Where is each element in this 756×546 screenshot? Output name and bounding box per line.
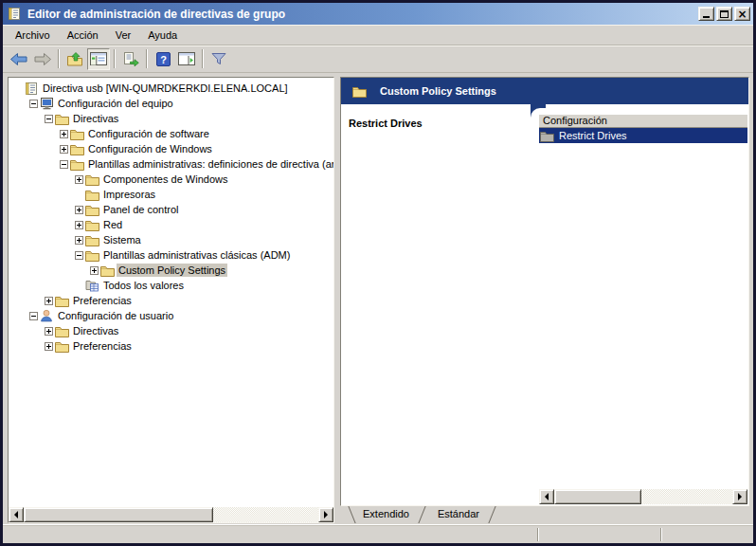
help-button[interactable]: ? [152, 48, 174, 70]
tree-item[interactable]: Panel de control [10, 202, 333, 217]
tree-item-label[interactable]: Todos los valores [101, 279, 186, 292]
tree-item-label[interactable]: Custom Policy Settings [117, 264, 227, 277]
list-horizontal-scrollbar[interactable] [539, 489, 747, 504]
tree-item[interactable]: Sistema [10, 232, 333, 247]
menu-ver[interactable]: Ver [107, 27, 140, 44]
collapse-toggle[interactable] [27, 100, 40, 108]
tree-item-label[interactable]: Impresoras [101, 188, 157, 201]
tree-item-label[interactable]: Configuración de usuario [56, 309, 175, 322]
close-button[interactable]: × [734, 7, 750, 21]
tree-item[interactable]: Plantillas administrativas: definiciones… [10, 156, 333, 172]
title-bar[interactable]: Editor de administración de directivas d… [3, 3, 753, 25]
tree-item[interactable]: Directiva usb [WIN-QUMRDKERKDI.ELENA.LOC… [10, 81, 333, 96]
folder-icon [85, 173, 101, 186]
tree-item-label[interactable]: Componentes de Windows [101, 173, 229, 186]
tree-item-label[interactable]: Configuración de Windows [86, 142, 214, 155]
expand-toggle[interactable] [43, 297, 55, 305]
expand-toggle[interactable] [88, 266, 100, 275]
filter-button[interactable] [207, 48, 230, 70]
expand-toggle[interactable] [73, 175, 85, 184]
expand-toggle[interactable] [73, 236, 85, 245]
minimize-button[interactable] [698, 7, 714, 21]
tree-item-label[interactable]: Plantillas administrativas clásicas (ADM… [101, 248, 292, 262]
tree-item[interactable]: Custom Policy Settings [10, 263, 333, 278]
scroll-right-button[interactable] [318, 507, 333, 522]
tree-item[interactable]: Configuración del equipo [10, 96, 333, 111]
toolbar-separator [146, 49, 148, 68]
scrollbar-track[interactable] [554, 489, 732, 504]
tree-item-label[interactable]: Red [101, 218, 124, 231]
expand-toggle[interactable] [73, 221, 85, 229]
tab-extendido[interactable]: Extendido [351, 506, 426, 523]
scrollbar-thumb[interactable] [24, 507, 213, 522]
scroll-left-icon [545, 493, 549, 500]
up-one-level-button[interactable] [63, 48, 86, 70]
collapse-toggle[interactable] [58, 160, 70, 169]
scrollbar-thumb[interactable] [554, 489, 641, 504]
tree-item-label[interactable]: Directivas [71, 324, 120, 337]
collapse-toggle[interactable] [43, 115, 55, 123]
tree-item[interactable]: Configuración de software [10, 126, 333, 141]
help-icon: ? [156, 52, 171, 66]
tree-item-label[interactable]: Configuración del equipo [56, 97, 175, 110]
action-pane-toggle-button[interactable] [175, 48, 198, 70]
expand-toggle[interactable] [43, 342, 55, 351]
action-panel-icon [178, 52, 195, 65]
collapse-toggle[interactable] [27, 312, 40, 320]
folder-gray-icon [540, 130, 556, 142]
menu-bar: ArchivoAcciónVerAyuda [3, 25, 753, 46]
scroll-left-button[interactable] [9, 507, 24, 522]
tree-item[interactable]: Todos los valores [10, 278, 333, 293]
export-list-button[interactable] [119, 48, 142, 70]
tree-item[interactable]: Red [10, 217, 333, 232]
console-tree-toggle-button[interactable] [87, 48, 110, 70]
tree-item[interactable]: Configuración de Windows [10, 141, 333, 156]
expand-toggle[interactable] [58, 145, 70, 154]
extended-view-content: Restrict Drives Configuración Restrict D… [341, 104, 748, 505]
folder-icon [70, 158, 86, 171]
scrollbar-track[interactable] [24, 507, 318, 522]
maximize-button[interactable] [716, 7, 732, 21]
tree-item-label[interactable]: Plantillas administrativas: definiciones… [86, 157, 333, 171]
tree-item[interactable]: Directivas [10, 323, 333, 338]
menu-ayuda[interactable]: Ayuda [139, 27, 186, 44]
tree-horizontal-scrollbar[interactable] [9, 507, 333, 522]
forward-button[interactable] [31, 48, 54, 70]
tree-item-label[interactable]: Preferencias [71, 339, 134, 353]
menu-archivo[interactable]: Archivo [7, 27, 59, 44]
list-row[interactable]: Restrict Drives [539, 128, 747, 143]
expand-toggle[interactable] [43, 327, 55, 336]
scroll-left-button[interactable] [539, 489, 554, 504]
tree-item[interactable]: Preferencias [10, 338, 333, 354]
tab-estandar[interactable]: Estándar [426, 506, 496, 523]
tree-item-label[interactable]: Sistema [101, 233, 143, 246]
tree-item-label[interactable]: Configuración de software [86, 127, 211, 140]
tree-item-label[interactable]: Panel de control [101, 203, 181, 216]
expand-toggle[interactable] [73, 206, 85, 214]
tree-item[interactable]: Preferencias [10, 293, 333, 308]
tree-item-label[interactable]: Preferencias [71, 294, 134, 307]
folder-icon [55, 295, 71, 307]
tree-item-label[interactable]: Directivas [71, 112, 120, 125]
toolbar: ? [3, 46, 753, 73]
back-button[interactable] [8, 48, 30, 70]
scroll-right-icon [324, 511, 328, 519]
tree-item[interactable]: Componentes de Windows [10, 172, 333, 187]
tree-item[interactable]: Impresoras [10, 187, 333, 202]
toolbar-separator [202, 49, 204, 68]
folder-icon [100, 264, 117, 277]
banner-title: Custom Policy Settings [380, 85, 496, 97]
tree-item[interactable]: Configuración de usuario [10, 308, 333, 323]
column-header-configuracion[interactable]: Configuración [539, 114, 747, 128]
status-bar [3, 524, 753, 543]
expand-toggle[interactable] [58, 130, 70, 138]
funnel-icon [211, 52, 226, 65]
scroll-right-button[interactable] [732, 489, 747, 504]
tree-item-label[interactable]: Directiva usb [WIN-QUMRDKERKDI.ELENA.LOC… [41, 82, 290, 95]
collapse-toggle[interactable] [73, 251, 85, 260]
tree-item[interactable]: Directivas [10, 111, 333, 126]
settings-list-rows: Restrict Drives [539, 128, 747, 143]
menu-accion[interactable]: Acción [59, 27, 107, 44]
export-doc-icon [123, 52, 139, 66]
tree-item[interactable]: Plantillas administrativas clásicas (ADM… [10, 247, 333, 263]
